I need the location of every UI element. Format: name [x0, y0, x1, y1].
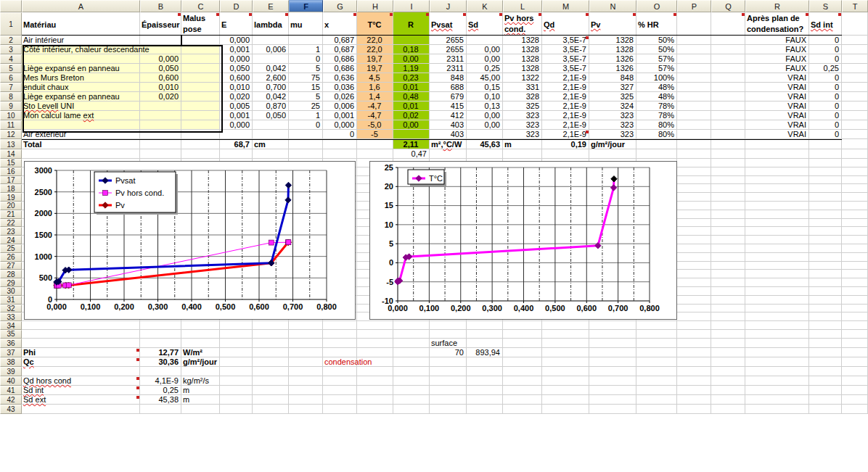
column-header-S[interactable]: S [809, 0, 842, 12]
cell-J34[interactable] [430, 321, 467, 330]
cell-S31[interactable] [809, 296, 842, 305]
cell-H4[interactable]: 19,7 [357, 54, 393, 64]
cell-C43[interactable] [181, 405, 220, 414]
cell-R24[interactable] [745, 236, 809, 244]
cell-T37[interactable] [842, 348, 868, 357]
cell-E35[interactable] [253, 330, 289, 339]
row-header-41[interactable]: 41 [0, 386, 22, 395]
cell-F36[interactable] [289, 339, 323, 348]
cell-M35[interactable] [542, 330, 589, 339]
column-header-J[interactable]: J [430, 0, 467, 12]
cell-N34[interactable] [589, 321, 636, 330]
cell-J38[interactable] [430, 357, 467, 367]
cell-R3[interactable]: FAUX [745, 45, 809, 54]
cell-R23[interactable] [745, 227, 809, 236]
cell-J37[interactable]: 70 [430, 348, 467, 357]
cell-O2[interactable]: 50% [636, 36, 677, 45]
cell-G40[interactable] [323, 376, 357, 386]
cell-I3[interactable]: 0,18 [393, 45, 430, 54]
cell-M3[interactable]: 3,5E-7 [542, 45, 589, 54]
cell-A34[interactable] [22, 321, 140, 330]
cell-P10[interactable] [677, 111, 711, 120]
cell-C11[interactable] [181, 120, 220, 130]
cell-J40[interactable] [430, 376, 467, 386]
cell-I13[interactable]: 2,11 [393, 139, 430, 149]
cell-E36[interactable] [253, 339, 289, 348]
cell-N9[interactable]: 324 [589, 102, 636, 111]
cell-J5[interactable]: 2311 [430, 64, 467, 73]
cell-B10[interactable] [140, 111, 181, 120]
cell-R19[interactable] [745, 193, 809, 202]
cell-A5[interactable]: Liège expansé en panneau [22, 64, 140, 73]
column-header-I[interactable]: I [393, 0, 430, 12]
cell-H39[interactable] [357, 367, 393, 376]
cell-P31[interactable] [677, 296, 711, 305]
cell-P4[interactable] [677, 54, 711, 64]
cell-B42[interactable]: 45,38 [140, 395, 181, 405]
chart-pvsat[interactable]: 0500100015002000250030000,0000,1000,2000… [24, 161, 356, 320]
cell-Q11[interactable] [711, 120, 745, 130]
cell-E3[interactable]: 0,006 [253, 45, 289, 54]
cell-C37[interactable]: W/m² [181, 348, 220, 357]
cell-L11[interactable]: 323 [503, 120, 542, 130]
cell-Q43[interactable] [711, 405, 745, 414]
cell-H8[interactable]: 1,4 [357, 92, 393, 102]
cell-T25[interactable] [842, 244, 868, 253]
column-header-E[interactable]: E [253, 0, 289, 12]
cell-K6[interactable]: 45,00 [467, 73, 503, 83]
cell-S12[interactable]: 0 [809, 130, 842, 139]
cell-A11[interactable] [22, 120, 140, 130]
cell-J43[interactable] [430, 405, 467, 414]
cell-O8[interactable]: 48% [636, 92, 677, 102]
cell-B41[interactable]: 0,25 [140, 386, 181, 395]
cell-P23[interactable] [677, 227, 711, 236]
cell-E5[interactable]: 0,042 [253, 64, 289, 73]
cell-I40[interactable] [393, 376, 430, 386]
cell-K40[interactable] [467, 376, 503, 386]
row-header-19[interactable]: 19 [0, 193, 22, 202]
cell-E9[interactable]: 0,870 [253, 102, 289, 111]
cell-R27[interactable] [745, 262, 809, 270]
cell-C2[interactable] [181, 36, 220, 45]
cell-T30[interactable] [842, 287, 868, 296]
select-all-corner[interactable] [0, 0, 22, 12]
cell-R2[interactable]: FAUX [745, 36, 809, 45]
cell-P27[interactable] [677, 262, 711, 270]
cell-M7[interactable]: 2,1E-9 [542, 83, 589, 92]
cell-C6[interactable] [181, 73, 220, 83]
cell-Q6[interactable] [711, 73, 745, 83]
row-header-27[interactable]: 27 [0, 262, 22, 270]
cell-K12[interactable] [467, 130, 503, 139]
cell-R35[interactable] [745, 330, 809, 339]
cell-A7[interactable]: enduit chaux [22, 83, 140, 92]
cell-L6[interactable]: 1322 [503, 73, 542, 83]
cell-I43[interactable] [393, 405, 430, 414]
cell-F11[interactable]: 0 [289, 120, 323, 130]
cell-B39[interactable] [140, 367, 181, 376]
cell-R33[interactable] [745, 312, 809, 321]
cell-T33[interactable] [842, 312, 868, 321]
cell-I4[interactable]: 0,00 [393, 54, 430, 64]
cell-K43[interactable] [467, 405, 503, 414]
row-header-26[interactable]: 26 [0, 253, 22, 262]
cell-M8[interactable]: 2,1E-9 [542, 92, 589, 102]
cell-J41[interactable] [430, 386, 467, 395]
cell-I12[interactable] [393, 130, 430, 139]
cell-G41[interactable] [323, 386, 357, 395]
cell-S35[interactable] [809, 330, 842, 339]
cell-L10[interactable]: 323 [503, 111, 542, 120]
column-header-Q[interactable]: Q [711, 0, 745, 12]
cell-I5[interactable]: 1,19 [393, 64, 430, 73]
cell-R10[interactable]: VRAI [745, 111, 809, 120]
cell-J9[interactable]: 415 [430, 102, 467, 111]
cell-T10[interactable] [842, 111, 868, 120]
row-header-37[interactable]: 37 [0, 348, 22, 357]
cell-R18[interactable] [745, 184, 809, 193]
cell-R25[interactable] [745, 244, 809, 253]
cell-G36[interactable] [323, 339, 357, 348]
cell-S38[interactable] [809, 357, 842, 367]
cell-R9[interactable]: VRAI [745, 102, 809, 111]
cell-S1[interactable]: Sd int [809, 12, 842, 36]
row-header-32[interactable]: 32 [0, 305, 22, 313]
cell-F7[interactable]: 15 [289, 83, 323, 92]
